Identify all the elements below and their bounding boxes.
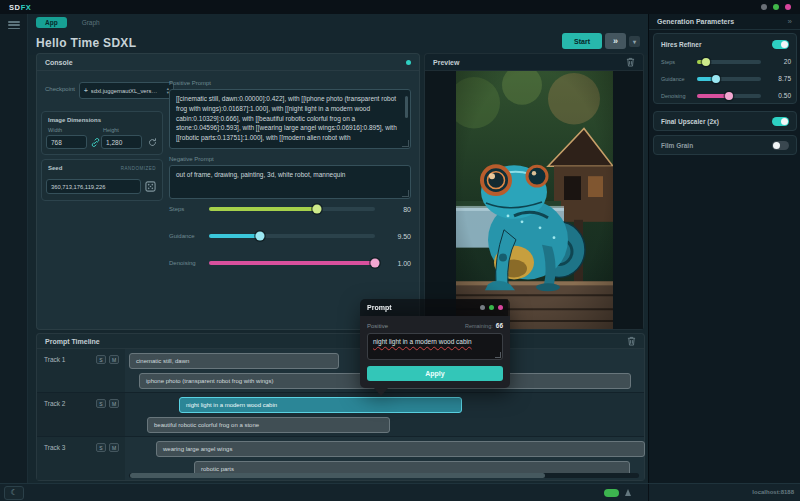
popup-prompt-text: night light in a modern wood cabin — [373, 338, 472, 345]
track-3-solo-button[interactable]: S — [96, 443, 106, 452]
hires-guidance-slider[interactable] — [697, 77, 761, 81]
clip-angel-wings[interactable]: wearing large angel wings — [156, 441, 645, 457]
hires-refiner-card: Hires Refiner Steps 20 Guidance 8.75 — [653, 33, 797, 104]
hires-denoising-slider[interactable] — [697, 94, 761, 98]
hires-steps-row: Steps 20 — [661, 56, 791, 67]
textarea-scrollbar[interactable] — [405, 96, 408, 118]
negative-prompt-label: Negative Prompt — [169, 156, 214, 162]
hires-guidance-label: Guidance — [661, 76, 697, 82]
steps-slider-row: Steps 80 — [169, 202, 411, 216]
hires-steps-thumb[interactable] — [702, 58, 710, 66]
positive-prompt-textarea[interactable]: [[cinematic still, dawn:0.00000]:0.422],… — [169, 89, 411, 149]
guidance-slider-thumb[interactable] — [256, 232, 265, 241]
clip-beautiful-robotic-frog[interactable]: beautiful robotic colorful frog on a sto… — [147, 417, 390, 433]
sdfx-logo: SDFX — [9, 3, 31, 12]
window-minimize-dot[interactable] — [761, 4, 767, 10]
denoising-slider-thumb[interactable] — [371, 259, 380, 268]
track-2-mute-button[interactable]: M — [109, 399, 119, 408]
popup-close-dot[interactable] — [498, 305, 503, 310]
guidance-slider[interactable] — [209, 234, 375, 238]
track-3-name: Track 3 — [44, 444, 65, 451]
popup-pointer-tail — [374, 388, 388, 396]
width-input[interactable]: 768 — [46, 135, 87, 149]
status-divider — [648, 484, 649, 501]
window-maximize-dot[interactable] — [773, 4, 779, 10]
track-2-name: Track 2 — [44, 400, 65, 407]
preview-title: Preview — [433, 59, 459, 66]
track-1-solo-button[interactable]: S — [96, 355, 106, 364]
server-host: localhost:8188 — [752, 489, 794, 495]
clip-cinematic-still-dawn[interactable]: cinematic still, dawn — [129, 353, 339, 369]
height-input[interactable]: 1,280 — [101, 135, 142, 149]
hires-steps-label: Steps — [661, 59, 697, 65]
dimensions-group: Image Dimensions Width 768 Height 1,280 — [41, 111, 163, 155]
dice-icon[interactable] — [145, 181, 156, 192]
window-titlebar: SDFX — [0, 0, 800, 14]
prompt-popup-title: Prompt — [367, 304, 392, 311]
more-options-button[interactable]: ▾ — [629, 36, 640, 47]
dimensions-title: Image Dimensions — [48, 117, 101, 123]
guidance-label: Guidance — [169, 233, 209, 239]
timeline-header: Prompt Timeline — [37, 334, 644, 349]
prompt-popup-titlebar[interactable]: Prompt — [360, 299, 510, 316]
negative-prompt-textarea[interactable]: out of frame, drawing, painting, 3d, whi… — [169, 165, 411, 199]
hires-denoising-label: Denoising — [661, 93, 697, 99]
hires-steps-value: 20 — [769, 58, 791, 65]
track-2-solo-button[interactable]: S — [96, 399, 106, 408]
window-close-dot[interactable] — [785, 4, 791, 10]
queue-button[interactable]: » — [605, 33, 626, 49]
start-button[interactable]: Start — [562, 33, 602, 49]
track-1-mute-button[interactable]: M — [109, 355, 119, 364]
clip-night-light-selected[interactable]: night light in a modern wood cabin — [179, 397, 462, 413]
tab-graph[interactable]: Graph — [82, 19, 100, 26]
hires-guidance-row: Guidance 8.75 — [661, 73, 791, 84]
denoising-slider[interactable] — [209, 261, 375, 265]
hires-guidance-thumb[interactable] — [712, 75, 720, 83]
popup-prompt-textarea[interactable]: night light in a modern wood cabin — [367, 333, 503, 360]
logo-fx: FX — [21, 3, 32, 12]
status-bar: ☾ localhost:8188 — [0, 483, 800, 501]
gpu-status-badge — [604, 489, 619, 497]
menu-icon[interactable] — [8, 21, 20, 29]
checkpoint-select[interactable]: + sdxl.juggernautXL_vers… ▴▾ — [79, 82, 174, 99]
popup-minimize-dot[interactable] — [480, 305, 485, 310]
hires-denoising-row: Denoising 0.50 — [661, 90, 791, 101]
swap-refresh-icon[interactable] — [148, 138, 157, 147]
film-grain-toggle[interactable] — [772, 141, 789, 150]
steps-slider[interactable] — [209, 207, 375, 211]
page-title: Hello Time SDXL — [36, 36, 136, 50]
popup-remaining-label: Remaining: — [465, 323, 493, 329]
plus-icon: + — [84, 87, 88, 94]
seed-input[interactable]: 360,713,176,119,226 — [46, 179, 141, 194]
final-upscaler-toggle[interactable] — [772, 117, 789, 126]
timeline-trash-icon[interactable] — [627, 336, 636, 346]
link-icon[interactable] — [91, 138, 100, 147]
film-grain-label: Film Grain — [661, 142, 693, 149]
console-header: Console — [37, 54, 419, 71]
tab-app[interactable]: App — [36, 17, 67, 28]
header-bar: Hello Time SDXL Start » ▾ — [28, 31, 648, 55]
popup-maximize-dot[interactable] — [489, 305, 494, 310]
final-upscaler-card: Final Upscaler (2x) — [653, 111, 797, 131]
positive-prompt-text: [[cinematic still, dawn:0.00000]:0.422],… — [176, 95, 397, 141]
hires-refiner-label: Hires Refiner — [661, 41, 701, 48]
dark-mode-moon-icon[interactable]: ☾ — [4, 486, 24, 500]
popup-apply-button[interactable]: Apply — [367, 366, 503, 381]
collapse-sidebar-icon[interactable]: » — [788, 17, 792, 26]
steps-slider-thumb[interactable] — [312, 205, 321, 214]
timeline-scrollbar-thumb[interactable] — [130, 473, 545, 478]
denoising-label: Denoising — [169, 260, 209, 266]
app-window: SDFX App Graph Hello Time SDXL Start » ▾… — [0, 0, 800, 501]
console-panel: Console Checkpoint + sdxl.juggernautXL_v… — [36, 53, 420, 330]
prompt-popup-body: Positive Remaining: 66 night light in a … — [360, 316, 510, 388]
guidance-slider-row: Guidance 9.50 — [169, 229, 411, 243]
preview-header: Preview — [425, 54, 643, 71]
hires-steps-slider[interactable] — [697, 60, 761, 64]
hires-refiner-toggle[interactable] — [772, 40, 789, 49]
hires-denoising-thumb[interactable] — [725, 92, 733, 100]
status-delta-icon — [625, 489, 631, 496]
seed-label: Seed — [48, 165, 62, 171]
prompt-popup-controls — [480, 305, 503, 310]
preview-trash-icon[interactable] — [626, 57, 635, 67]
track-3-mute-button[interactable]: M — [109, 443, 119, 452]
